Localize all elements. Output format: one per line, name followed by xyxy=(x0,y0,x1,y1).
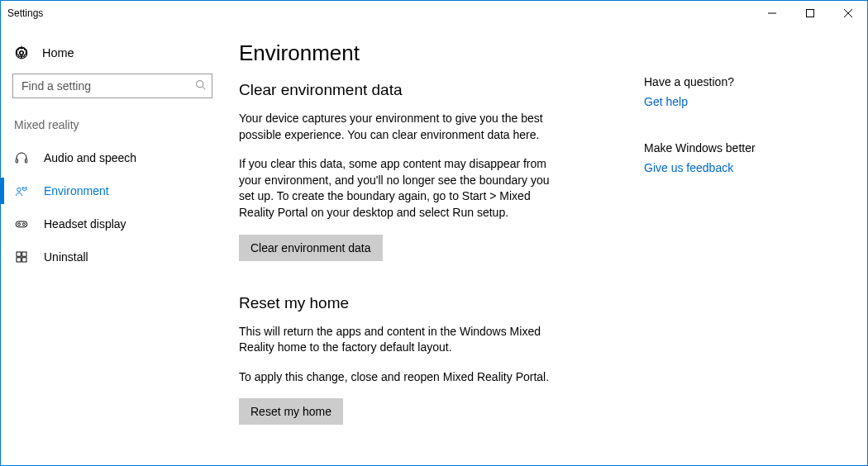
window-title: Settings xyxy=(7,7,43,19)
home-button[interactable]: Home xyxy=(1,39,224,74)
svg-rect-15 xyxy=(17,252,21,256)
help-column: Have a question? Get help Make Windows b… xyxy=(627,40,809,465)
sidebar-item-label: Headset display xyxy=(44,217,126,231)
body-text: This will return the apps and content in… xyxy=(239,324,553,356)
headphones-icon xyxy=(14,150,29,165)
svg-line-8 xyxy=(203,87,205,89)
svg-rect-16 xyxy=(22,252,26,256)
gear-icon xyxy=(14,45,29,60)
titlebar: Settings xyxy=(1,1,867,26)
section-heading: Clear environment data xyxy=(239,81,627,99)
svg-point-6 xyxy=(20,51,24,55)
sidebar-item-audio-and-speech[interactable]: Audio and speech xyxy=(1,141,224,174)
main-column: Environment Clear environment data Your … xyxy=(239,40,627,465)
help-heading: Have a question? xyxy=(644,75,809,88)
minimize-icon xyxy=(768,9,776,17)
content: Environment Clear environment data Your … xyxy=(224,26,867,465)
reset-my-home-button[interactable]: Reset my home xyxy=(239,398,343,425)
body-text: Your device captures your environment to… xyxy=(239,111,553,143)
svg-rect-10 xyxy=(26,159,27,164)
search-icon xyxy=(195,78,206,93)
sidebar-item-uninstall[interactable]: Uninstall xyxy=(1,240,224,273)
maximize-icon xyxy=(806,9,814,17)
search-input[interactable] xyxy=(12,74,212,98)
svg-rect-18 xyxy=(22,258,26,262)
section-heading: Reset my home xyxy=(239,294,627,312)
feedback-heading: Make Windows better xyxy=(644,141,809,155)
section-reset-home: Reset my home This will return the apps … xyxy=(239,294,627,426)
headset-icon xyxy=(14,216,29,231)
environment-icon xyxy=(14,183,29,198)
clear-environment-data-button[interactable]: Clear environment data xyxy=(239,235,383,261)
page-title: Environment xyxy=(239,40,627,66)
svg-point-7 xyxy=(197,81,203,88)
close-button[interactable] xyxy=(829,1,867,26)
sidebar-item-headset-display[interactable]: Headset display xyxy=(1,207,224,240)
body-text: To apply this change, close and reopen M… xyxy=(239,369,553,386)
svg-rect-1 xyxy=(807,10,814,17)
give-feedback-link[interactable]: Give us feedback xyxy=(644,161,809,174)
window-controls xyxy=(753,1,867,26)
svg-point-13 xyxy=(18,223,21,226)
svg-point-11 xyxy=(17,188,21,192)
close-icon xyxy=(844,9,852,17)
svg-point-14 xyxy=(23,223,26,226)
home-label: Home xyxy=(42,46,74,59)
category-label: Mixed reality xyxy=(1,118,224,141)
minimize-button[interactable] xyxy=(753,1,791,26)
sidebar-item-label: Audio and speech xyxy=(44,151,136,164)
uninstall-icon xyxy=(14,250,29,264)
svg-rect-9 xyxy=(16,159,17,164)
sidebar-item-environment[interactable]: Environment xyxy=(1,174,224,207)
search-wrap xyxy=(12,74,212,98)
sidebar-item-label: Environment xyxy=(44,184,109,197)
svg-rect-17 xyxy=(17,258,21,262)
section-clear-environment: Clear environment data Your device captu… xyxy=(239,81,627,261)
get-help-link[interactable]: Get help xyxy=(644,95,809,108)
sidebar-item-label: Uninstall xyxy=(44,250,88,264)
body-text: If you clear this data, some app content… xyxy=(239,156,553,221)
sidebar: Home Mixed reality Audio and speech Envi… xyxy=(1,26,224,465)
maximize-button[interactable] xyxy=(791,1,829,26)
